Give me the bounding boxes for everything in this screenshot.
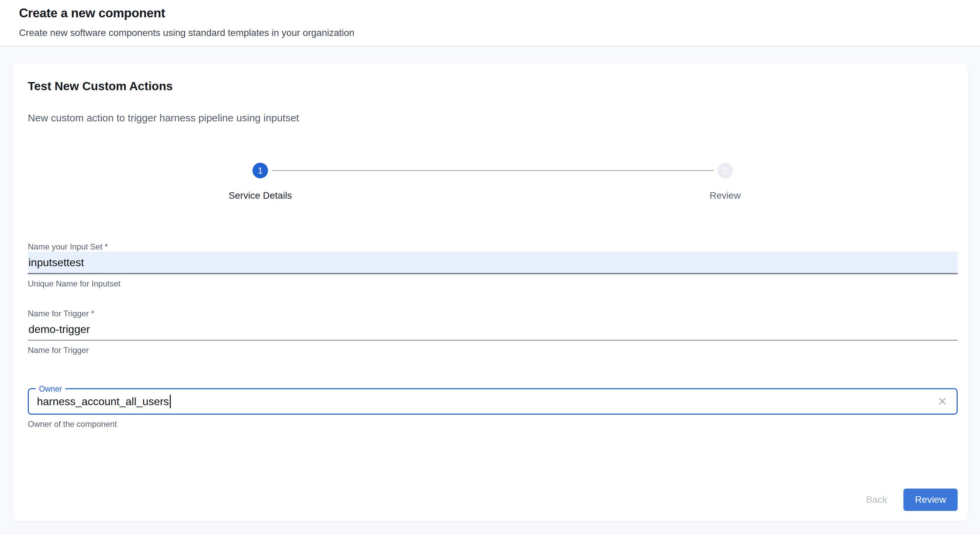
- trigger-name-label: Name for Trigger *: [28, 309, 958, 318]
- template-description: New custom action to trigger harness pip…: [28, 111, 958, 125]
- service-details-form: Name your Input Set * Unique Name for In…: [28, 242, 958, 429]
- stepper-connector: [272, 170, 714, 171]
- clear-icon[interactable]: ✕: [936, 394, 949, 409]
- trigger-name-input[interactable]: [28, 318, 958, 341]
- step-service-details: 1 Service Details: [28, 163, 493, 201]
- input-set-name-input[interactable]: [28, 252, 958, 274]
- page-subtitle: Create new software components using sta…: [19, 27, 961, 39]
- template-title: Test New Custom Actions: [28, 63, 958, 94]
- page-header: Create a new component Create new softwa…: [0, 0, 980, 46]
- trigger-name-helper: Name for Trigger: [28, 346, 958, 355]
- owner-value: harness_account_all_users: [37, 395, 169, 408]
- review-button[interactable]: Review: [904, 489, 958, 511]
- owner-label: Owner: [36, 384, 65, 393]
- input-set-name-label: Name your Input Set *: [28, 242, 958, 252]
- back-button[interactable]: Back: [858, 490, 895, 510]
- step-1-label: Service Details: [229, 190, 292, 201]
- wizard-footer: Back Review: [28, 489, 958, 511]
- owner-input[interactable]: Owner harness_account_all_users ✕: [28, 388, 958, 415]
- step-2-circle: 2: [718, 163, 733, 178]
- field-owner: Owner harness_account_all_users ✕ Owner …: [28, 388, 958, 429]
- input-set-name-helper: Unique Name for Inputset: [28, 279, 958, 288]
- field-input-set-name: Name your Input Set * Unique Name for In…: [28, 242, 958, 288]
- owner-helper: Owner of the component: [28, 419, 958, 429]
- step-1-circle: 1: [253, 163, 268, 178]
- step-review: 2 Review: [493, 163, 958, 201]
- text-cursor: [170, 395, 171, 408]
- step-2-label: Review: [710, 190, 741, 201]
- page-title: Create a new component: [19, 5, 961, 21]
- stepper-steps: 1 Service Details 2 Review: [28, 163, 958, 201]
- stepper: 1 Service Details 2 Review: [28, 163, 958, 201]
- template-wizard-card: Test New Custom Actions New custom actio…: [13, 63, 968, 521]
- field-trigger-name: Name for Trigger * Name for Trigger: [28, 309, 958, 355]
